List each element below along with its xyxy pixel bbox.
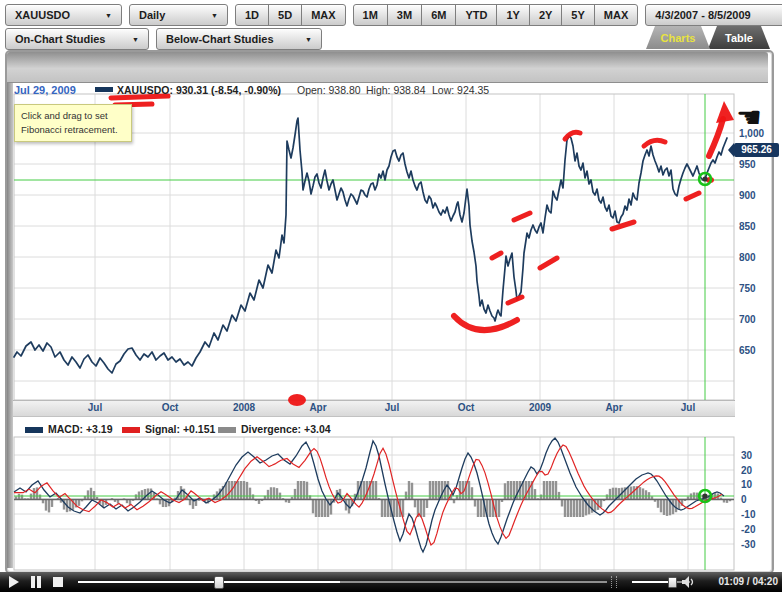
signal-value-label: Signal: +0.151 [145, 423, 215, 435]
macd-value-label: MACD: +3.19 [48, 423, 112, 435]
symbol-price-label: XAUUSDO: 930.31 (-8.54, -0.90%) [117, 84, 281, 96]
range-button-group: 1M3M6MYTD1Y2Y5YMAX [353, 4, 639, 26]
symbol-dropdown[interactable]: XAUUSDO ▼ [5, 4, 122, 26]
date-range-dropdown[interactable]: 4/3/2007 - 8/5/2009 ▼ [645, 4, 782, 26]
divergence-value-label: Divergence: +3.04 [241, 423, 331, 435]
pause-button[interactable] [30, 576, 42, 588]
fibonacci-tooltip: Click and drag to set Fibonacci retracem… [14, 104, 132, 142]
playback-time: 01:09 / 04:20 [719, 576, 779, 587]
axis-price-tag: 965.26 [734, 143, 779, 157]
range-button-1M[interactable]: 1M [353, 4, 388, 26]
open-label: Open: 938.80 [297, 84, 361, 96]
on-chart-studies-label: On-Chart Studies [15, 33, 105, 45]
studies-toolbar: On-Chart Studies ▼ Below-Chart Studies ▼ [5, 28, 322, 50]
range-button-3M[interactable]: 3M [387, 4, 422, 26]
range-button-5Y[interactable]: 5Y [561, 4, 594, 26]
tab-charts-label: Charts [661, 32, 696, 44]
price-series-swatch [95, 87, 113, 92]
chart-left-bevel [7, 83, 13, 568]
zoom-button-1D[interactable]: 1D [235, 4, 269, 26]
hand-cursor-icon: ☚ [736, 100, 762, 134]
signal-swatch [122, 427, 140, 433]
below-chart-studies-dropdown[interactable]: Below-Chart Studies ▼ [156, 28, 322, 50]
divergence-swatch [218, 427, 236, 433]
chart-date-label: Jul 29, 2009 [14, 84, 76, 96]
tab-charts[interactable]: Charts [646, 26, 710, 49]
dropdown-arrow-icon: ▼ [305, 36, 312, 43]
stop-button[interactable] [52, 576, 64, 588]
video-player-bar: 01:09 / 04:20 [0, 572, 782, 592]
player-separator [611, 576, 617, 588]
dropdown-arrow-icon: ▼ [105, 12, 112, 19]
top-toolbar: XAUUSDO ▼ Daily ▼ 1D5DMAX 1M3M6MYTD1Y2Y5… [5, 4, 782, 26]
period-dropdown[interactable]: Daily ▼ [129, 4, 228, 26]
tab-table-label: Table [725, 32, 753, 44]
progress-handle[interactable] [214, 576, 224, 589]
tab-table[interactable]: Table [708, 26, 770, 49]
low-label: Low: 924.35 [432, 84, 489, 96]
chart-icon-toolbar [7, 52, 768, 83]
volume-level [632, 581, 671, 583]
range-button-YTD[interactable]: YTD [455, 4, 497, 26]
date-range-value: 4/3/2007 - 8/5/2009 [655, 9, 750, 21]
high-label: High: 938.84 [366, 84, 426, 96]
volume-speaker-icon[interactable] [682, 576, 696, 588]
zoom-button-5D[interactable]: 5D [268, 4, 302, 26]
macd-plot-area[interactable] [14, 437, 734, 570]
on-chart-studies-dropdown[interactable]: On-Chart Studies ▼ [5, 28, 149, 50]
x-axis-strip [13, 400, 735, 417]
zoom-button-MAX[interactable]: MAX [301, 4, 345, 26]
period-dropdown-value: Daily [139, 9, 165, 21]
below-chart-studies-label: Below-Chart Studies [166, 33, 274, 45]
zoom-button-group: 1D5DMAX [235, 4, 346, 26]
symbol-dropdown-value: XAUUSDO [15, 9, 70, 21]
play-button[interactable] [8, 576, 20, 588]
range-button-1Y[interactable]: 1Y [496, 4, 529, 26]
dropdown-arrow-icon: ▼ [211, 12, 218, 19]
progress-loaded [78, 581, 340, 583]
range-button-MAX[interactable]: MAX [594, 4, 638, 26]
macd-swatch [25, 427, 43, 433]
app-window: XAUUSDO ▼ Daily ▼ 1D5DMAX 1M3M6MYTD1Y2Y5… [0, 0, 782, 595]
volume-handle[interactable] [668, 577, 677, 588]
range-button-2Y[interactable]: 2Y [529, 4, 562, 26]
range-button-6M[interactable]: 6M [421, 4, 456, 26]
dropdown-arrow-icon: ▼ [132, 36, 139, 43]
